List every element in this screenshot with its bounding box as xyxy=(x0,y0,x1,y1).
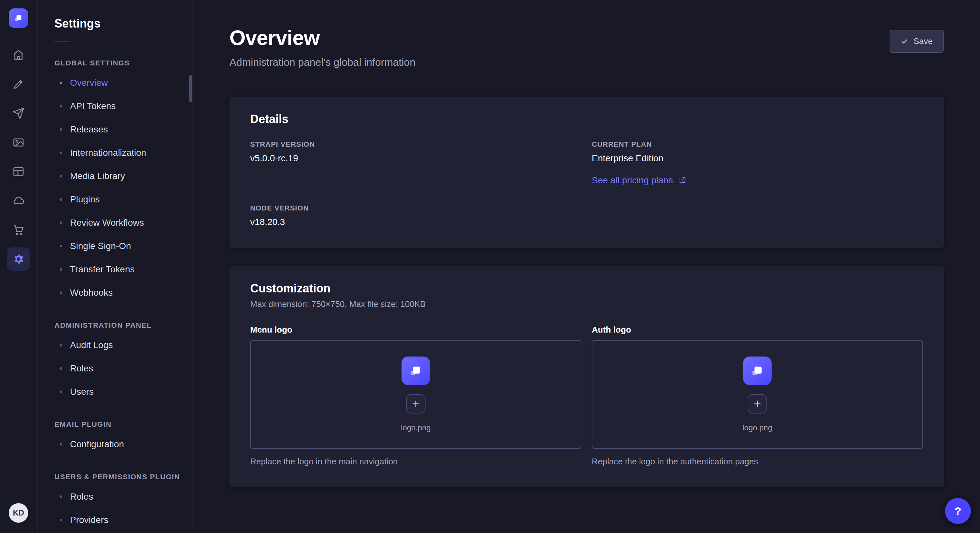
section-users-permissions-plugin: USERS & PERMISSIONS PLUGIN xyxy=(54,473,185,481)
details-grid: STRAPI VERSION v5.0.0-rc.19 CURRENT PLAN… xyxy=(250,140,923,227)
menu-logo-dropzone[interactable]: logo.png xyxy=(250,340,581,449)
uploads-grid: Menu logo logo.png Replace the logo in t… xyxy=(250,325,923,466)
sidebar-item-configuration[interactable]: Configuration xyxy=(54,433,185,456)
details-card: Details STRAPI VERSION v5.0.0-rc.19 CURR… xyxy=(229,97,944,248)
strapi-logo[interactable] xyxy=(9,8,28,28)
sidebar-item-providers[interactable]: Providers xyxy=(54,508,185,532)
bullet-icon xyxy=(60,519,62,521)
bullet-icon xyxy=(60,82,62,84)
bullet-icon xyxy=(60,495,62,498)
bullet-icon xyxy=(60,105,62,108)
sidebar-title: Settings xyxy=(54,17,185,30)
sidebar-item-label: API Tokens xyxy=(70,101,116,111)
sidebar-item-api-tokens[interactable]: API Tokens xyxy=(54,95,185,118)
field-label: STRAPI VERSION xyxy=(250,140,581,149)
pricing-plans-link[interactable]: See all pricing plans xyxy=(592,175,686,186)
sidebar-item-up-roles[interactable]: Roles xyxy=(54,485,185,508)
sidebar-item-single-sign-on[interactable]: Single Sign-On xyxy=(54,235,185,258)
field-current-plan: CURRENT PLAN Enterprise Edition See all … xyxy=(592,140,923,186)
bullet-icon xyxy=(60,128,62,131)
details-card-title: Details xyxy=(250,113,923,126)
bullet-icon xyxy=(60,245,62,247)
field-strapi-version: STRAPI VERSION v5.0.0-rc.19 xyxy=(250,140,581,186)
field-label: CURRENT PLAN xyxy=(592,140,923,149)
sidebar-item-webhooks[interactable]: Webhooks xyxy=(54,281,185,305)
icon-rail: KD xyxy=(0,0,38,533)
bullet-icon xyxy=(60,198,62,201)
bullet-icon xyxy=(60,390,62,393)
sidebar-item-label: Transfer Tokens xyxy=(70,264,135,274)
layout-icon[interactable] xyxy=(7,160,30,183)
brush-icon[interactable] xyxy=(7,73,30,96)
home-icon[interactable] xyxy=(7,43,30,67)
plus-icon xyxy=(412,400,420,408)
page-header: Overview Administration panel’s global i… xyxy=(229,26,944,68)
plus-icon xyxy=(753,400,762,408)
sidebar-item-review-workflows[interactable]: Review Workflows xyxy=(54,211,185,235)
menu-logo-preview xyxy=(401,357,430,385)
nav-list-users-permissions: Roles Providers xyxy=(54,485,185,532)
sidebar-item-audit-logs[interactable]: Audit Logs xyxy=(54,333,185,357)
rail-nav xyxy=(7,43,30,271)
sidebar-item-releases[interactable]: Releases xyxy=(54,118,185,141)
sidebar-item-roles[interactable]: Roles xyxy=(54,357,185,380)
menu-logo-label: Menu logo xyxy=(250,325,581,335)
sidebar-scrollbar[interactable] xyxy=(189,75,192,102)
bullet-icon xyxy=(60,152,62,154)
sidebar-item-label: Configuration xyxy=(70,439,124,449)
pricing-plans-link-label: See all pricing plans xyxy=(592,175,673,186)
auth-logo-dropzone[interactable]: logo.png xyxy=(592,340,923,449)
avatar[interactable]: KD xyxy=(9,503,28,523)
field-node-version: NODE VERSION v18.20.3 xyxy=(250,204,581,227)
settings-icon[interactable] xyxy=(7,247,30,271)
sidebar-title-divider xyxy=(54,41,70,42)
nav-list-email: Configuration xyxy=(54,433,185,456)
customization-card-subtitle: Max dimension: 750×750, Max file size: 1… xyxy=(250,299,923,309)
cart-icon[interactable] xyxy=(7,218,30,241)
menu-logo-add-button[interactable] xyxy=(406,394,425,414)
section-email-plugin: EMAIL PLUGIN xyxy=(54,420,185,429)
sidebar-item-label: Single Sign-On xyxy=(70,241,131,251)
sidebar-item-label: Internationalization xyxy=(70,148,146,158)
field-value: v18.20.3 xyxy=(250,217,581,227)
bullet-icon xyxy=(60,292,62,294)
page-header-text: Overview Administration panel’s global i… xyxy=(229,26,415,68)
sidebar-item-label: Review Workflows xyxy=(70,217,144,228)
page-subtitle: Administration panel’s global informatio… xyxy=(229,56,415,68)
sidebar-item-label: Overview xyxy=(70,78,108,88)
bullet-icon xyxy=(60,344,62,346)
sidebar-item-media-library[interactable]: Media Library xyxy=(54,165,185,188)
save-button[interactable]: Save xyxy=(889,30,944,53)
menu-logo-hint: Replace the logo in the main navigation xyxy=(250,457,581,466)
sidebar-item-users[interactable]: Users xyxy=(54,380,185,403)
auth-logo-preview xyxy=(743,357,772,385)
field-value: v5.0.0-rc.19 xyxy=(250,153,581,163)
sidebar-item-label: Plugins xyxy=(70,194,100,205)
cloud-icon[interactable] xyxy=(7,189,30,213)
settings-sidebar: Settings GLOBAL SETTINGS Overview API To… xyxy=(38,0,193,533)
sidebar-item-overview[interactable]: Overview xyxy=(54,71,185,95)
section-administration-panel: ADMINISTRATION PANEL xyxy=(54,321,185,330)
sidebar-item-plugins[interactable]: Plugins xyxy=(54,188,185,211)
sidebar-item-internationalization[interactable]: Internationalization xyxy=(54,141,185,165)
sidebar-item-label: Roles xyxy=(70,492,93,502)
sidebar-item-label: Releases xyxy=(70,124,108,135)
sidebar-item-label: Users xyxy=(70,387,94,397)
bullet-icon xyxy=(60,268,62,271)
auth-logo-upload: Auth logo logo.png Replace the logo in t… xyxy=(592,325,923,466)
section-global-settings: GLOBAL SETTINGS xyxy=(54,59,185,67)
app-window: KD Settings GLOBAL SETTINGS Overview API… xyxy=(0,0,980,533)
sidebar-item-transfer-tokens[interactable]: Transfer Tokens xyxy=(54,258,185,281)
sidebar-item-label: Providers xyxy=(70,515,108,525)
menu-logo-filename: logo.png xyxy=(401,423,431,432)
customization-card-title: Customization xyxy=(250,282,923,295)
send-icon[interactable] xyxy=(7,102,30,125)
sidebar-item-label: Audit Logs xyxy=(70,340,113,351)
page-title: Overview xyxy=(229,26,415,50)
bullet-icon xyxy=(60,443,62,446)
bullet-icon xyxy=(60,222,62,224)
sidebar-item-label: Webhooks xyxy=(70,287,113,298)
auth-logo-add-button[interactable] xyxy=(748,394,767,414)
media-icon[interactable] xyxy=(7,131,30,154)
help-button[interactable]: ? xyxy=(945,498,971,524)
